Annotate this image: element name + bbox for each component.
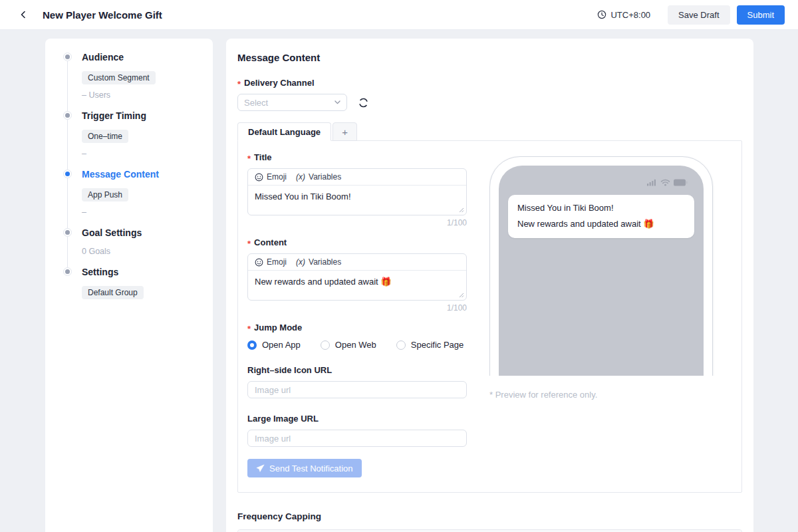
emoji-icon: [255, 258, 263, 267]
phone-screen: Missed You in Tiki Boom! New rewards and…: [499, 166, 704, 376]
field-label-text: Delivery Channel: [244, 78, 315, 88]
page: New Player Welcome Gift UTC+8:00 Save Dr…: [0, 0, 798, 532]
required-marker: *: [237, 79, 241, 89]
step-tag: Default Group: [82, 286, 144, 299]
radio-label: Open Web: [335, 340, 376, 350]
step-label: Goal Settings: [82, 227, 142, 238]
required-marker: *: [247, 324, 251, 334]
content-char-counter: 1/100: [247, 303, 467, 313]
add-language-tab[interactable]: +: [332, 122, 357, 141]
step-summary: – Users: [82, 90, 202, 101]
refresh-icon: [358, 98, 368, 108]
notification-body: New rewards and updated await 🎁: [517, 219, 685, 229]
phone-bezel: Missed You in Tiki Boom! New rewards and…: [489, 156, 713, 376]
jump-mode-label: * Jump Mode: [247, 323, 467, 332]
delivery-channel-label: * Delivery Channel: [237, 78, 742, 88]
step-label: Settings: [82, 267, 118, 277]
radio-icon: [321, 340, 330, 350]
step-dot: [63, 111, 72, 120]
radio-selected-icon: [247, 340, 257, 350]
signal-icon: [647, 179, 657, 186]
content-editor: Emoji (x) Variables New rewards and upda…: [247, 253, 467, 301]
step-tag: App Push: [82, 188, 128, 201]
chevron-left-icon: [19, 11, 27, 19]
section-title: Message Content: [237, 52, 742, 63]
paper-plane-icon: [256, 464, 265, 473]
required-marker: *: [247, 154, 251, 164]
resize-handle[interactable]: [459, 293, 464, 298]
title-field-label: * Title: [247, 152, 467, 162]
radio-specific-page[interactable]: Specific Page: [396, 340, 464, 350]
radio-icon: [396, 340, 406, 350]
select-placeholder: Select: [244, 98, 334, 108]
top-bar: New Player Welcome Gift UTC+8:00 Save Dr…: [0, 0, 798, 30]
radio-open-web[interactable]: Open Web: [321, 340, 376, 350]
push-preview: Missed You in Tiki Boom! New rewards and…: [489, 152, 716, 477]
phone-statusbar: [499, 166, 704, 186]
step-goal-settings-header[interactable]: Goal Settings: [82, 226, 202, 239]
save-draft-button[interactable]: Save Draft: [668, 5, 730, 25]
content-value: New rewards and updated await 🎁: [255, 277, 392, 287]
step-dot-active: [63, 170, 72, 178]
field-label-text: Content: [254, 237, 287, 247]
clock-icon: [597, 10, 606, 19]
notification-title: Missed You in Tiki Boom!: [517, 203, 685, 213]
step-tag: Custom Segment: [82, 71, 156, 84]
variables-button-label: Variables: [309, 172, 341, 182]
back-button[interactable]: [16, 7, 31, 22]
step-summary: –: [82, 149, 202, 160]
large-image-url-label: Large Image URL: [247, 414, 467, 424]
preview-disclaimer: * Preview for reference only.: [489, 390, 716, 400]
message-content-panel: Message Content * Delivery Channel Selec…: [226, 39, 753, 532]
step-audience-header[interactable]: Audience: [82, 51, 202, 64]
send-test-notification-button[interactable]: Send Test Notification: [247, 459, 362, 477]
title-char-counter: 1/100: [247, 218, 467, 227]
variables-button-label: Variables: [309, 257, 341, 267]
frequency-capping-card: Users can receive up to 5 notifications …: [237, 529, 742, 532]
refresh-channels-button[interactable]: [357, 96, 369, 108]
title-textarea[interactable]: Missed You in Tiki Boom!: [248, 186, 466, 215]
title-editor-toolbar: Emoji (x) Variables: [248, 169, 466, 186]
resize-handle[interactable]: [459, 207, 464, 213]
chevron-down-icon: [334, 100, 340, 104]
timezone-label: UTC+8:00: [610, 10, 650, 20]
timezone-indicator: UTC+8:00: [597, 10, 650, 20]
wifi-icon: [660, 179, 670, 186]
radio-open-app[interactable]: Open App: [247, 340, 301, 350]
large-image-url-input[interactable]: [247, 430, 467, 447]
step-message-content-header[interactable]: Message Content: [82, 168, 202, 181]
campaign-stepper-sidebar: Audience Custom Segment – Users Trigger …: [45, 39, 213, 532]
content-field-label: * Content: [247, 237, 467, 247]
step-summary: 0 Goals: [82, 247, 202, 257]
step-label: Trigger Timing: [82, 110, 146, 121]
variables-button[interactable]: (x) Variables: [296, 257, 341, 267]
emoji-icon: [255, 173, 263, 182]
icon-url-label: Right–side Icon URL: [247, 365, 467, 375]
emoji-button-label: Emoji: [267, 257, 287, 267]
notification-preview-card: Missed You in Tiki Boom! New rewards and…: [508, 195, 694, 238]
step-trigger-timing: Trigger Timing One–time –: [45, 109, 202, 160]
step-tag: One–time: [82, 130, 128, 143]
step-label: Audience: [82, 52, 124, 63]
emoji-button-label: Emoji: [267, 172, 287, 182]
phone-mockup: Missed You in Tiki Boom! New rewards and…: [489, 156, 716, 376]
submit-button[interactable]: Submit: [737, 5, 785, 25]
emoji-button[interactable]: Emoji: [255, 172, 287, 182]
variables-button[interactable]: (x) Variables: [296, 172, 341, 182]
tab-default-language[interactable]: Default Language: [237, 122, 331, 141]
emoji-button[interactable]: Emoji: [255, 257, 287, 267]
step-goal-settings: Goal Settings 0 Goals: [45, 226, 202, 257]
delivery-channel-select[interactable]: Select: [237, 94, 347, 111]
step-trigger-timing-header[interactable]: Trigger Timing: [82, 109, 202, 122]
step-settings-header[interactable]: Settings: [82, 265, 202, 279]
icon-url-input[interactable]: [247, 381, 467, 398]
step-label: Message Content: [82, 169, 159, 180]
content-textarea[interactable]: New rewards and updated await 🎁: [248, 271, 466, 300]
step-dot: [63, 228, 72, 237]
step-dot: [63, 53, 72, 61]
step-summary: –: [82, 207, 202, 218]
variables-icon: (x): [296, 172, 305, 182]
send-test-label: Send Test Notification: [269, 464, 353, 473]
variables-icon: (x): [296, 257, 305, 267]
required-marker: *: [247, 239, 251, 249]
